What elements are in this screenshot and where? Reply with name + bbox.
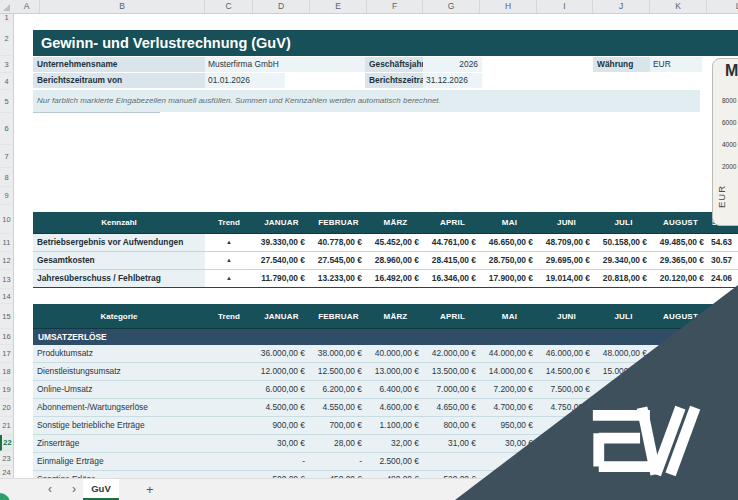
period-to-value-cell[interactable]: 31.12.2026 bbox=[423, 73, 482, 88]
detail-cell[interactable]: 4.500,00 € bbox=[253, 399, 310, 416]
kpi-cell[interactable]: 27.540,00 € bbox=[253, 252, 310, 269]
kpi-cell[interactable]: 39.330,00 € bbox=[253, 234, 310, 251]
detail-cell[interactable]: 6.400,00 € bbox=[367, 381, 424, 398]
detail-cell[interactable]: 700,00 € bbox=[310, 417, 367, 434]
kpi-cell[interactable]: 46.650,00 € bbox=[481, 234, 538, 251]
kpi-row[interactable]: Jahresüberschuss / Fehlbetrag▲11.790,00 … bbox=[33, 270, 738, 288]
detail-cell[interactable]: 12.000,00 € bbox=[253, 363, 310, 380]
kpi-cell[interactable]: 16.346,00 € bbox=[424, 270, 481, 287]
kpi-cell[interactable]: 30.57 bbox=[709, 252, 738, 269]
kpi-table-header[interactable]: Kennzahl Trend JANUARFEBRUARMÄRZAPRILMAI… bbox=[33, 212, 738, 234]
row-header-12[interactable]: 12 bbox=[0, 252, 14, 270]
detail-cell[interactable]: 13.000,00 € bbox=[367, 363, 424, 380]
currency-value-cell[interactable]: EUR bbox=[650, 57, 702, 72]
row-header-17[interactable]: 17 bbox=[0, 345, 14, 363]
detail-cell[interactable]: 7.500,00 € bbox=[538, 381, 595, 398]
detail-cell[interactable]: 14.500,00 € bbox=[538, 363, 595, 380]
row-header-4[interactable]: 4 bbox=[0, 73, 14, 90]
row-header-14[interactable]: 14 bbox=[0, 289, 14, 304]
detail-cell[interactable]: 12.500,00 € bbox=[310, 363, 367, 380]
detail-cell[interactable]: 2.500,00 € bbox=[367, 453, 424, 470]
kpi-cell[interactable]: 17.900,00 € bbox=[481, 270, 538, 287]
kpi-row[interactable]: Gesamtkosten▲27.540,00 €27.545,00 €28.96… bbox=[33, 252, 738, 270]
detail-table-header[interactable]: Kategorie Trend JANUARFEBRUARMÄRZAPRILMA… bbox=[33, 304, 738, 329]
row-header-23[interactable]: 23 bbox=[0, 451, 14, 466]
detail-cell[interactable]: 6.000,00 € bbox=[253, 381, 310, 398]
row-header-1[interactable]: 1 bbox=[0, 14, 14, 22]
row-header-20[interactable]: 20 bbox=[0, 399, 14, 417]
detail-cell[interactable]: - bbox=[310, 453, 367, 470]
kpi-cell[interactable]: 24.06 bbox=[709, 270, 738, 287]
report-title-cell[interactable]: Gewinn- und Verlustrechnung (GuV) bbox=[33, 30, 738, 56]
detail-cell[interactable] bbox=[424, 453, 481, 470]
row-header-7[interactable]: 7 bbox=[0, 145, 14, 168]
row-header-8[interactable]: 8 bbox=[0, 168, 14, 187]
row-header-16[interactable]: 16 bbox=[0, 329, 14, 345]
kpi-cell[interactable]: 50.158,00 € bbox=[595, 234, 652, 251]
fiscal-year-value-cell[interactable]: 2026 bbox=[423, 57, 482, 72]
detail-cell[interactable]: 900,00 € bbox=[253, 417, 310, 434]
detail-cell[interactable]: 14.000,00 € bbox=[481, 363, 538, 380]
fiscal-year-label-cell[interactable]: Geschäftsjahr bbox=[365, 57, 423, 72]
kpi-cell[interactable]: 19.014,00 € bbox=[538, 270, 595, 287]
column-header-L[interactable]: L bbox=[707, 0, 738, 13]
row-header-10[interactable]: 10 bbox=[0, 205, 14, 234]
column-header-I[interactable]: I bbox=[537, 0, 593, 13]
row-header-18[interactable]: 18 bbox=[0, 363, 14, 381]
row-header-21[interactable]: 21 bbox=[0, 417, 14, 435]
kpi-cell[interactable]: 44.761,00 € bbox=[424, 234, 481, 251]
row-header-2[interactable]: 2 bbox=[0, 22, 14, 56]
prev-sheet-arrow[interactable]: ‹ bbox=[48, 479, 52, 500]
row-header-15[interactable]: 15 bbox=[0, 304, 14, 329]
kpi-cell[interactable]: 29.695,00 € bbox=[538, 252, 595, 269]
detail-cell[interactable]: 28,00 € bbox=[310, 435, 367, 452]
kpi-cell[interactable]: 20.818,00 € bbox=[595, 270, 652, 287]
detail-cell[interactable]: 42.000,00 € bbox=[424, 345, 481, 362]
column-header-B[interactable]: B bbox=[40, 0, 205, 13]
kpi-cell[interactable]: 20.120,00 € bbox=[652, 270, 709, 287]
mini-chart-panel[interactable]: M 8000600040002000 EUR bbox=[712, 58, 738, 226]
detail-cell[interactable]: 7.200,00 € bbox=[481, 381, 538, 398]
kpi-cell[interactable]: 49.485,00 € bbox=[652, 234, 709, 251]
detail-cell[interactable]: 38.000,00 € bbox=[310, 345, 367, 362]
kpi-cell[interactable]: 40.778,00 € bbox=[310, 234, 367, 251]
row-header-3[interactable]: 3 bbox=[0, 56, 14, 73]
kpi-cell[interactable]: 29.365,00 € bbox=[652, 252, 709, 269]
column-header-C[interactable]: C bbox=[205, 0, 253, 13]
row-header-22[interactable]: 22 bbox=[0, 435, 14, 451]
row-header-6[interactable]: 6 bbox=[0, 113, 14, 145]
detail-cell[interactable]: 4.600,00 € bbox=[367, 399, 424, 416]
row-header-11[interactable]: 11 bbox=[0, 234, 14, 252]
period-to-label-cell[interactable]: Berichtszeitraum bis bbox=[365, 73, 423, 88]
detail-cell[interactable]: 46.000,00 € bbox=[538, 345, 595, 362]
kpi-cell[interactable]: 13.233,00 € bbox=[310, 270, 367, 287]
detail-cell[interactable]: 7.000,00 € bbox=[424, 381, 481, 398]
company-label-cell[interactable]: Unternehmensname bbox=[33, 57, 205, 72]
detail-cell[interactable]: 4.700,00 € bbox=[481, 399, 538, 416]
kpi-row[interactable]: Betriebsergebnis vor Aufwendungen▲39.330… bbox=[33, 234, 738, 252]
kpi-cell[interactable]: 16.492,00 € bbox=[367, 270, 424, 287]
detail-cell[interactable]: 40.000,00 € bbox=[367, 345, 424, 362]
kpi-cell[interactable]: 54.63 bbox=[709, 234, 738, 251]
kpi-cell[interactable]: 28.750,00 € bbox=[481, 252, 538, 269]
period-from-value-cell[interactable]: 01.01.2026 bbox=[205, 73, 285, 88]
column-header-D[interactable]: D bbox=[253, 0, 310, 13]
kpi-cell[interactable]: 28.415,00 € bbox=[424, 252, 481, 269]
detail-cell[interactable]: 800,00 € bbox=[424, 417, 481, 434]
kpi-cell[interactable]: 48.709,00 € bbox=[538, 234, 595, 251]
detail-cell[interactable]: 1.100,00 € bbox=[367, 417, 424, 434]
row-header-9[interactable]: 9 bbox=[0, 187, 14, 205]
select-all-button[interactable] bbox=[3, 4, 10, 11]
company-value-cell[interactable]: Musterfirma GmbH bbox=[205, 57, 365, 72]
row-header-5[interactable]: 5 bbox=[0, 90, 14, 113]
kpi-cell[interactable]: 29.340,00 € bbox=[595, 252, 652, 269]
section-row-umsatzerloese[interactable]: UMSATZERLÖSE bbox=[33, 329, 738, 345]
row-header-13[interactable]: 13 bbox=[0, 270, 14, 289]
kpi-cell[interactable]: 45.452,00 € bbox=[367, 234, 424, 251]
kpi-cell[interactable]: 27.545,00 € bbox=[310, 252, 367, 269]
column-header-G[interactable]: G bbox=[423, 0, 480, 13]
detail-cell[interactable]: 32,00 € bbox=[367, 435, 424, 452]
detail-cell[interactable]: 44.000,00 € bbox=[481, 345, 538, 362]
column-header-E[interactable]: E bbox=[310, 0, 367, 13]
detail-cell[interactable]: 4.550,00 € bbox=[310, 399, 367, 416]
